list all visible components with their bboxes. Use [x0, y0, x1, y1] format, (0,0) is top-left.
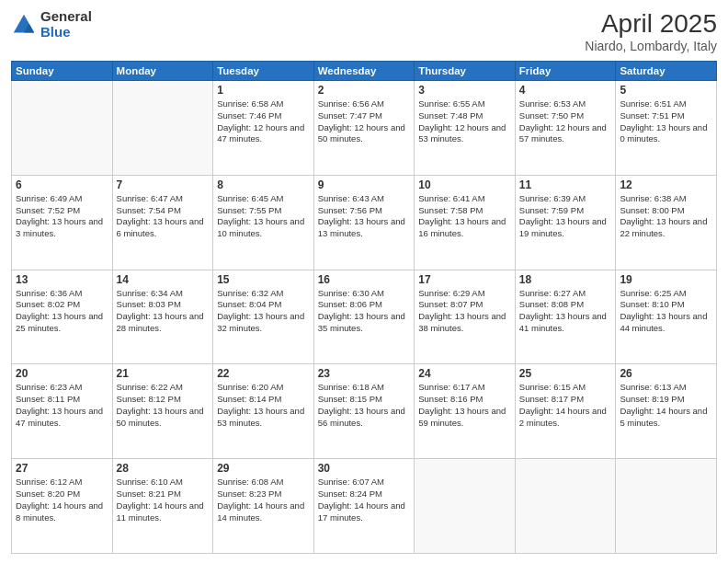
day-info: Sunrise: 6:27 AM Sunset: 8:08 PM Dayligh…: [519, 288, 612, 335]
location-title: Niardo, Lombardy, Italy: [585, 39, 717, 53]
day-info: Sunrise: 6:32 AM Sunset: 8:04 PM Dayligh…: [217, 288, 310, 335]
calendar-cell: 5Sunrise: 6:51 AM Sunset: 7:51 PM Daylig…: [616, 81, 717, 176]
month-title: April 2025: [585, 9, 717, 39]
calendar-cell: 2Sunrise: 6:56 AM Sunset: 7:47 PM Daylig…: [313, 81, 415, 176]
day-info: Sunrise: 6:55 AM Sunset: 7:48 PM Dayligh…: [418, 98, 511, 145]
calendar-cell: 27Sunrise: 6:12 AM Sunset: 8:20 PM Dayli…: [12, 459, 113, 554]
col-sunday: Sunday: [12, 62, 113, 81]
day-info: Sunrise: 6:18 AM Sunset: 8:15 PM Dayligh…: [318, 382, 411, 429]
day-info: Sunrise: 6:38 AM Sunset: 8:00 PM Dayligh…: [620, 193, 712, 240]
page: General Blue April 2025 Niardo, Lombardy…: [0, 0, 728, 563]
day-info: Sunrise: 6:17 AM Sunset: 8:16 PM Dayligh…: [418, 382, 511, 429]
calendar-cell: 28Sunrise: 6:10 AM Sunset: 8:21 PM Dayli…: [112, 459, 213, 554]
calendar-cell: 14Sunrise: 6:34 AM Sunset: 8:03 PM Dayli…: [112, 270, 213, 364]
day-number: 12: [620, 178, 712, 191]
day-number: 21: [117, 367, 210, 380]
calendar-cell: 9Sunrise: 6:43 AM Sunset: 7:56 PM Daylig…: [313, 175, 415, 270]
day-number: 2: [318, 84, 411, 97]
day-number: 18: [519, 273, 612, 286]
day-number: 15: [217, 273, 310, 286]
day-info: Sunrise: 6:36 AM Sunset: 8:02 PM Dayligh…: [16, 288, 108, 335]
day-info: Sunrise: 6:23 AM Sunset: 8:11 PM Dayligh…: [16, 382, 108, 429]
day-number: 30: [318, 462, 411, 475]
calendar-cell: 19Sunrise: 6:25 AM Sunset: 8:10 PM Dayli…: [616, 270, 717, 364]
col-thursday: Thursday: [415, 62, 516, 81]
calendar-cell: 21Sunrise: 6:22 AM Sunset: 8:12 PM Dayli…: [112, 364, 213, 459]
header: General Blue April 2025 Niardo, Lombardy…: [11, 9, 717, 53]
day-number: 20: [16, 367, 108, 380]
day-number: 14: [117, 273, 210, 286]
day-info: Sunrise: 6:47 AM Sunset: 7:54 PM Dayligh…: [117, 193, 210, 240]
calendar-header-row: Sunday Monday Tuesday Wednesday Thursday…: [12, 62, 717, 81]
calendar-cell: [515, 459, 616, 554]
day-info: Sunrise: 6:12 AM Sunset: 8:20 PM Dayligh…: [16, 477, 108, 523]
logo-blue-text: Blue: [40, 25, 92, 40]
calendar-cell: 3Sunrise: 6:55 AM Sunset: 7:48 PM Daylig…: [415, 81, 516, 176]
calendar-cell: 15Sunrise: 6:32 AM Sunset: 8:04 PM Dayli…: [213, 270, 314, 364]
day-number: 19: [620, 273, 712, 286]
day-number: 29: [217, 462, 310, 475]
day-number: 3: [418, 84, 511, 97]
calendar-cell: 1Sunrise: 6:58 AM Sunset: 7:46 PM Daylig…: [213, 81, 314, 176]
day-info: Sunrise: 6:08 AM Sunset: 8:23 PM Dayligh…: [217, 477, 310, 523]
calendar-cell: 25Sunrise: 6:15 AM Sunset: 8:17 PM Dayli…: [515, 364, 616, 459]
calendar-cell: [616, 459, 717, 554]
col-wednesday: Wednesday: [313, 62, 415, 81]
day-number: 25: [519, 367, 612, 380]
day-info: Sunrise: 6:34 AM Sunset: 8:03 PM Dayligh…: [117, 288, 210, 335]
calendar-cell: 12Sunrise: 6:38 AM Sunset: 8:00 PM Dayli…: [616, 175, 717, 270]
day-number: 28: [117, 462, 210, 475]
calendar-cell: 17Sunrise: 6:29 AM Sunset: 8:07 PM Dayli…: [415, 270, 516, 364]
day-info: Sunrise: 6:43 AM Sunset: 7:56 PM Dayligh…: [318, 193, 411, 240]
day-number: 6: [16, 178, 108, 191]
day-info: Sunrise: 6:51 AM Sunset: 7:51 PM Dayligh…: [620, 98, 712, 145]
logo-general-text: General: [40, 9, 92, 25]
day-info: Sunrise: 6:53 AM Sunset: 7:50 PM Dayligh…: [519, 98, 612, 145]
logo-icon: [11, 12, 37, 38]
day-number: 1: [217, 84, 310, 97]
day-number: 16: [318, 273, 411, 286]
calendar-table: Sunday Monday Tuesday Wednesday Thursday…: [11, 61, 717, 554]
calendar-cell: [415, 459, 516, 554]
calendar-week-row: 13Sunrise: 6:36 AM Sunset: 8:02 PM Dayli…: [12, 270, 717, 364]
calendar-cell: 13Sunrise: 6:36 AM Sunset: 8:02 PM Dayli…: [12, 270, 113, 364]
col-friday: Friday: [515, 62, 616, 81]
logo: General Blue: [11, 9, 92, 40]
logo-text: General Blue: [40, 9, 92, 40]
day-number: 22: [217, 367, 310, 380]
day-number: 7: [117, 178, 210, 191]
day-number: 13: [16, 273, 108, 286]
col-saturday: Saturday: [616, 62, 717, 81]
calendar-week-row: 20Sunrise: 6:23 AM Sunset: 8:11 PM Dayli…: [12, 364, 717, 459]
day-info: Sunrise: 6:22 AM Sunset: 8:12 PM Dayligh…: [117, 382, 210, 429]
day-info: Sunrise: 6:56 AM Sunset: 7:47 PM Dayligh…: [318, 98, 411, 145]
calendar-cell: 8Sunrise: 6:45 AM Sunset: 7:55 PM Daylig…: [213, 175, 314, 270]
day-info: Sunrise: 6:39 AM Sunset: 7:59 PM Dayligh…: [519, 193, 612, 240]
calendar-cell: 20Sunrise: 6:23 AM Sunset: 8:11 PM Dayli…: [12, 364, 113, 459]
day-info: Sunrise: 6:49 AM Sunset: 7:52 PM Dayligh…: [16, 193, 108, 240]
calendar-cell: 7Sunrise: 6:47 AM Sunset: 7:54 PM Daylig…: [112, 175, 213, 270]
day-number: 24: [418, 367, 511, 380]
day-number: 11: [519, 178, 612, 191]
day-number: 5: [620, 84, 712, 97]
day-number: 26: [620, 367, 712, 380]
day-info: Sunrise: 6:45 AM Sunset: 7:55 PM Dayligh…: [217, 193, 310, 240]
day-info: Sunrise: 6:10 AM Sunset: 8:21 PM Dayligh…: [117, 477, 210, 523]
day-info: Sunrise: 6:13 AM Sunset: 8:19 PM Dayligh…: [620, 382, 712, 429]
calendar-cell: [112, 81, 213, 176]
day-number: 9: [318, 178, 411, 191]
calendar-cell: 24Sunrise: 6:17 AM Sunset: 8:16 PM Dayli…: [415, 364, 516, 459]
day-number: 27: [16, 462, 108, 475]
calendar-cell: 4Sunrise: 6:53 AM Sunset: 7:50 PM Daylig…: [515, 81, 616, 176]
calendar-cell: 6Sunrise: 6:49 AM Sunset: 7:52 PM Daylig…: [12, 175, 113, 270]
calendar-cell: 23Sunrise: 6:18 AM Sunset: 8:15 PM Dayli…: [313, 364, 415, 459]
calendar-cell: 18Sunrise: 6:27 AM Sunset: 8:08 PM Dayli…: [515, 270, 616, 364]
day-number: 4: [519, 84, 612, 97]
calendar-week-row: 27Sunrise: 6:12 AM Sunset: 8:20 PM Dayli…: [12, 459, 717, 554]
day-number: 10: [418, 178, 511, 191]
day-number: 23: [318, 367, 411, 380]
day-info: Sunrise: 6:58 AM Sunset: 7:46 PM Dayligh…: [217, 98, 310, 145]
calendar-cell: 29Sunrise: 6:08 AM Sunset: 8:23 PM Dayli…: [213, 459, 314, 554]
calendar-cell: 22Sunrise: 6:20 AM Sunset: 8:14 PM Dayli…: [213, 364, 314, 459]
calendar-cell: 11Sunrise: 6:39 AM Sunset: 7:59 PM Dayli…: [515, 175, 616, 270]
